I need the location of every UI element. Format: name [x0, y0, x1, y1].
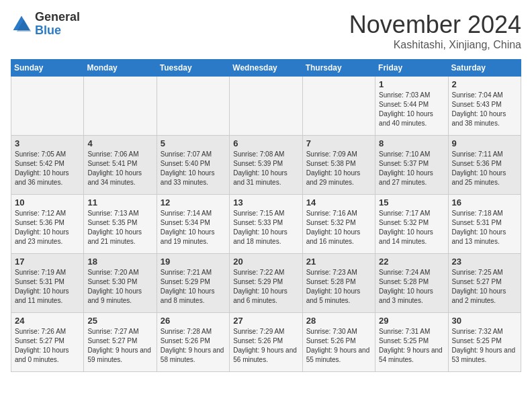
- day-number: 2: [452, 79, 517, 89]
- day-cell: 29Sunrise: 7:31 AM Sunset: 5:25 PM Dayli…: [375, 313, 448, 372]
- day-detail: Sunrise: 7:20 AM Sunset: 5:30 PM Dayligh…: [87, 268, 152, 306]
- day-number: 30: [452, 316, 517, 326]
- day-detail: Sunrise: 7:14 AM Sunset: 5:34 PM Dayligh…: [161, 209, 226, 246]
- day-number: 14: [306, 197, 371, 208]
- day-number: 4: [87, 138, 152, 148]
- day-number: 21: [306, 257, 371, 267]
- calendar-title: November 2024: [349, 11, 521, 39]
- day-detail: Sunrise: 7:13 AM Sunset: 5:35 PM Dayligh…: [87, 209, 152, 246]
- header-row: SundayMondayTuesdayWednesdayThursdayFrid…: [11, 60, 521, 77]
- day-cell: 2Sunrise: 7:04 AM Sunset: 5:43 PM Daylig…: [448, 77, 521, 136]
- day-cell: 1Sunrise: 7:03 AM Sunset: 5:44 PM Daylig…: [375, 77, 448, 136]
- day-detail: Sunrise: 7:04 AM Sunset: 5:43 PM Dayligh…: [452, 91, 517, 128]
- day-cell: 16Sunrise: 7:18 AM Sunset: 5:31 PM Dayli…: [448, 195, 521, 254]
- week-row-1: 1Sunrise: 7:03 AM Sunset: 5:44 PM Daylig…: [11, 77, 521, 136]
- day-cell: 5Sunrise: 7:07 AM Sunset: 5:40 PM Daylig…: [157, 136, 229, 195]
- header-cell-friday: Friday: [375, 60, 448, 77]
- day-detail: Sunrise: 7:05 AM Sunset: 5:42 PM Dayligh…: [15, 150, 80, 187]
- logo: General Blue: [11, 11, 80, 38]
- day-cell: 25Sunrise: 7:27 AM Sunset: 5:27 PM Dayli…: [84, 313, 157, 372]
- day-number: 25: [87, 316, 152, 326]
- day-detail: Sunrise: 7:18 AM Sunset: 5:31 PM Dayligh…: [452, 209, 517, 246]
- header-cell-tuesday: Tuesday: [157, 60, 229, 77]
- day-detail: Sunrise: 7:32 AM Sunset: 5:25 PM Dayligh…: [452, 327, 517, 365]
- day-cell: 30Sunrise: 7:32 AM Sunset: 5:25 PM Dayli…: [448, 313, 521, 372]
- day-cell: 19Sunrise: 7:21 AM Sunset: 5:29 PM Dayli…: [157, 254, 229, 313]
- day-cell: [230, 77, 302, 136]
- day-number: 1: [379, 79, 444, 89]
- day-cell: 21Sunrise: 7:23 AM Sunset: 5:28 PM Dayli…: [302, 254, 375, 313]
- day-cell: 12Sunrise: 7:14 AM Sunset: 5:34 PM Dayli…: [157, 195, 229, 254]
- day-detail: Sunrise: 7:25 AM Sunset: 5:27 PM Dayligh…: [452, 268, 517, 306]
- day-detail: Sunrise: 7:08 AM Sunset: 5:39 PM Dayligh…: [233, 150, 298, 187]
- day-detail: Sunrise: 7:28 AM Sunset: 5:26 PM Dayligh…: [161, 327, 226, 365]
- day-detail: Sunrise: 7:19 AM Sunset: 5:31 PM Dayligh…: [15, 268, 80, 306]
- day-cell: [84, 77, 157, 136]
- day-cell: 17Sunrise: 7:19 AM Sunset: 5:31 PM Dayli…: [11, 254, 84, 313]
- day-detail: Sunrise: 7:31 AM Sunset: 5:25 PM Dayligh…: [379, 327, 444, 365]
- day-cell: 14Sunrise: 7:16 AM Sunset: 5:32 PM Dayli…: [302, 195, 375, 254]
- day-number: 27: [233, 316, 298, 326]
- day-detail: Sunrise: 7:15 AM Sunset: 5:33 PM Dayligh…: [233, 209, 298, 246]
- day-detail: Sunrise: 7:22 AM Sunset: 5:29 PM Dayligh…: [233, 268, 298, 306]
- header-cell-sunday: Sunday: [11, 60, 84, 77]
- day-detail: Sunrise: 7:03 AM Sunset: 5:44 PM Dayligh…: [379, 91, 444, 128]
- logo-general-text: General: [35, 11, 80, 24]
- day-number: 5: [161, 138, 226, 148]
- day-number: 23: [452, 257, 517, 267]
- logo-text: General Blue: [35, 11, 80, 38]
- day-cell: 10Sunrise: 7:12 AM Sunset: 5:36 PM Dayli…: [11, 195, 84, 254]
- day-cell: [11, 77, 84, 136]
- header-cell-thursday: Thursday: [302, 60, 375, 77]
- day-cell: [157, 77, 229, 136]
- day-cell: [302, 77, 375, 136]
- day-detail: Sunrise: 7:23 AM Sunset: 5:28 PM Dayligh…: [306, 268, 371, 306]
- day-number: 29: [379, 316, 444, 326]
- day-detail: Sunrise: 7:26 AM Sunset: 5:27 PM Dayligh…: [15, 327, 80, 365]
- page-header: General Blue November 2024 Kashitashi, X…: [11, 11, 521, 51]
- day-number: 3: [15, 138, 80, 148]
- header-cell-wednesday: Wednesday: [230, 60, 302, 77]
- day-number: 22: [379, 257, 444, 267]
- day-detail: Sunrise: 7:30 AM Sunset: 5:26 PM Dayligh…: [306, 327, 371, 365]
- day-number: 16: [452, 197, 517, 208]
- day-cell: 24Sunrise: 7:26 AM Sunset: 5:27 PM Dayli…: [11, 313, 84, 372]
- day-cell: 27Sunrise: 7:29 AM Sunset: 5:26 PM Dayli…: [230, 313, 302, 372]
- day-cell: 28Sunrise: 7:30 AM Sunset: 5:26 PM Dayli…: [302, 313, 375, 372]
- day-cell: 22Sunrise: 7:24 AM Sunset: 5:28 PM Dayli…: [375, 254, 448, 313]
- day-detail: Sunrise: 7:16 AM Sunset: 5:32 PM Dayligh…: [306, 209, 371, 246]
- header-cell-saturday: Saturday: [448, 60, 521, 77]
- day-detail: Sunrise: 7:12 AM Sunset: 5:36 PM Dayligh…: [15, 209, 80, 246]
- day-cell: 26Sunrise: 7:28 AM Sunset: 5:26 PM Dayli…: [157, 313, 229, 372]
- day-number: 24: [15, 316, 80, 326]
- day-number: 19: [161, 257, 226, 267]
- day-cell: 3Sunrise: 7:05 AM Sunset: 5:42 PM Daylig…: [11, 136, 84, 195]
- logo-blue-text: Blue: [35, 24, 80, 38]
- week-row-3: 10Sunrise: 7:12 AM Sunset: 5:36 PM Dayli…: [11, 195, 521, 254]
- day-number: 10: [15, 197, 80, 208]
- day-cell: 15Sunrise: 7:17 AM Sunset: 5:32 PM Dayli…: [375, 195, 448, 254]
- day-detail: Sunrise: 7:27 AM Sunset: 5:27 PM Dayligh…: [87, 327, 152, 365]
- day-detail: Sunrise: 7:09 AM Sunset: 5:38 PM Dayligh…: [306, 150, 371, 187]
- day-number: 12: [161, 197, 226, 208]
- day-number: 26: [161, 316, 226, 326]
- day-detail: Sunrise: 7:11 AM Sunset: 5:36 PM Dayligh…: [452, 150, 517, 187]
- day-number: 20: [233, 257, 298, 267]
- day-detail: Sunrise: 7:29 AM Sunset: 5:26 PM Dayligh…: [233, 327, 298, 365]
- day-cell: 11Sunrise: 7:13 AM Sunset: 5:35 PM Dayli…: [84, 195, 157, 254]
- calendar-body: 1Sunrise: 7:03 AM Sunset: 5:44 PM Daylig…: [11, 77, 521, 372]
- day-detail: Sunrise: 7:24 AM Sunset: 5:28 PM Dayligh…: [379, 268, 444, 306]
- day-cell: 4Sunrise: 7:06 AM Sunset: 5:41 PM Daylig…: [84, 136, 157, 195]
- day-cell: 9Sunrise: 7:11 AM Sunset: 5:36 PM Daylig…: [448, 136, 521, 195]
- day-number: 9: [452, 138, 517, 148]
- day-cell: 23Sunrise: 7:25 AM Sunset: 5:27 PM Dayli…: [448, 254, 521, 313]
- day-detail: Sunrise: 7:06 AM Sunset: 5:41 PM Dayligh…: [87, 150, 152, 187]
- day-number: 17: [15, 257, 80, 267]
- calendar-table: SundayMondayTuesdayWednesdayThursdayFrid…: [11, 59, 521, 372]
- day-number: 18: [87, 257, 152, 267]
- day-cell: 6Sunrise: 7:08 AM Sunset: 5:39 PM Daylig…: [230, 136, 302, 195]
- day-cell: 7Sunrise: 7:09 AM Sunset: 5:38 PM Daylig…: [302, 136, 375, 195]
- week-row-4: 17Sunrise: 7:19 AM Sunset: 5:31 PM Dayli…: [11, 254, 521, 313]
- week-row-2: 3Sunrise: 7:05 AM Sunset: 5:42 PM Daylig…: [11, 136, 521, 195]
- day-number: 11: [87, 197, 152, 208]
